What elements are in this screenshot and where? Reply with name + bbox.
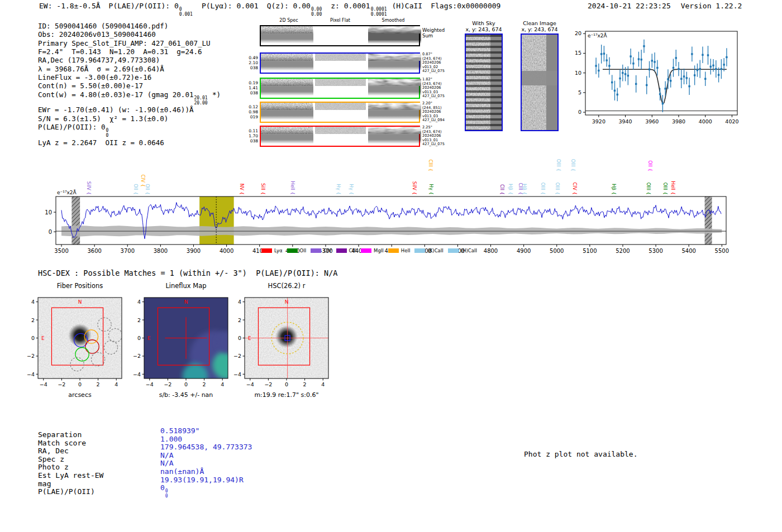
svg-text:−4: −4: [246, 381, 254, 387]
svg-text:−2: −2: [264, 381, 272, 387]
lineflux-map-xlabel: s/b: -3.45 +/- nan: [130, 391, 242, 399]
match-row-label: Spec z: [38, 456, 103, 464]
compass-north-label: N: [78, 299, 82, 305]
svg-text:5300: 5300: [649, 248, 662, 254]
svg-text:e⁻¹⁷x2Å: e⁻¹⁷x2Å: [588, 32, 608, 39]
header-segment: P(LAE)/P(OII): 000.001: [109, 2, 193, 17]
spec2d-row: [260, 78, 420, 99]
header-segment: Q(z): 0.000.000.00: [267, 2, 323, 17]
svg-text:−4: −4: [146, 381, 154, 387]
emission-line-label: OIII {: [555, 183, 560, 195]
header-segment: Flags:0x00000009: [431, 2, 500, 17]
emission-line-label: Hβ {: [611, 184, 617, 195]
svg-text:10: 10: [575, 70, 581, 76]
report-meta: 2024-10-21 22:23:25 Version 1.22.2: [588, 2, 742, 10]
fiber-positions-panel: Fiber Positions arcsecs NE−4−4−2−2002244: [22, 282, 140, 405]
hsc-image-panel: HSC(26.2) r m:19.9 re:1.7" s:0.6" NE−4−4…: [229, 282, 346, 405]
spec2d-panel: [368, 26, 421, 45]
spec2d-panel: [315, 103, 367, 122]
svg-text:−2: −2: [233, 353, 241, 359]
emission-line-label: Hβ {: [508, 184, 513, 195]
svg-text:−2: −2: [164, 381, 171, 387]
emission-line-label: CIII {: [428, 159, 433, 171]
spec2d-row-annotation: 1.82"(243, 674)20240206v013_03427_LU_075: [422, 78, 449, 99]
svg-text:−4: −4: [40, 381, 47, 387]
emission-line-label: HeII {: [290, 181, 295, 195]
emission-line-label: OIII {: [540, 183, 546, 195]
header-segment: EW: -1.8±-0.5Å: [39, 2, 101, 17]
emission-line-label: SiIV {: [412, 181, 417, 195]
spec2d-row-annotation: 2.20"(244, 851)20240206v013_03427_LU_094: [422, 102, 449, 123]
legend-item: HeII: [388, 248, 411, 253]
match-row-value: 1.000: [160, 435, 252, 444]
info-line: Primary Spec_Slot_IFU_AMP: 427_061_007_L…: [38, 39, 221, 47]
spec2d-row: [260, 126, 420, 147]
full-spectrum-svg: 3500360037003800390040004100420043004400…: [45, 146, 737, 258]
svg-text:20: 20: [575, 30, 581, 36]
spec2d-panel: [261, 54, 313, 73]
lineflux-map-title: Lineflux Map: [130, 282, 242, 290]
withsky-coords: x, y: 243, 674: [458, 26, 509, 32]
svg-text:3920: 3920: [592, 118, 605, 124]
svg-text:5000: 5000: [550, 248, 564, 254]
spec2d-row-annotation: 0.87"(243, 674)20240206v013_02427_LU_075: [422, 52, 449, 74]
svg-text:4: 4: [238, 299, 241, 305]
legend-swatch: [336, 248, 347, 253]
svg-text:0: 0: [285, 381, 288, 387]
dark-band-overlay: [261, 54, 313, 73]
svg-text:4000: 4000: [699, 118, 712, 124]
line-zoom-plot-svg: 39203940396039804000402005101520e⁻¹⁷x2Å: [569, 27, 742, 127]
legend-item: MgII: [361, 248, 384, 253]
compass-north-label: N: [184, 299, 188, 305]
legend-label: CIII: [349, 248, 356, 253]
cleanimage-panel: Clean Image x, y: 243, 674: [514, 20, 565, 32]
hsc-cutout-svg: NE−4−4−2−2002244: [229, 292, 346, 390]
spec2d-panel: [368, 54, 421, 73]
spec2d-row-left-label: 0.111.70038: [249, 128, 258, 144]
info-line: P(LAE)/P(OII): 000: [38, 123, 221, 138]
svg-text:0: 0: [78, 381, 82, 387]
svg-text:3600: 3600: [87, 248, 101, 254]
sky-stripes-overlay: [466, 35, 502, 130]
svg-text:0: 0: [184, 381, 188, 387]
spec2d-row: [260, 52, 420, 74]
hsc-image-xlabel: m:19.9 re:1.7" s:0.6": [231, 391, 342, 399]
match-row-value: 0.518939": [160, 427, 252, 435]
legend-item: CIII: [336, 248, 356, 253]
spec2d-panel: [315, 127, 367, 146]
emission-line-label: OIII {: [556, 159, 561, 171]
withsky-title: With Sky: [458, 20, 509, 26]
svg-text:0: 0: [31, 335, 35, 341]
legend-item: (H)CaII: [448, 248, 477, 253]
match-row-label: RA, Dec: [38, 447, 103, 456]
svg-text:5500: 5500: [715, 248, 729, 254]
svg-text:5100: 5100: [583, 248, 597, 254]
legend-item: OII: [287, 248, 307, 253]
dark-band-overlay: [368, 103, 421, 122]
spec2d-panel: [261, 103, 313, 122]
dark-band-overlay: [368, 26, 421, 45]
legend-item: Lyα: [261, 248, 283, 253]
spec2d-col-title-2dspec: 2D Spec: [264, 18, 314, 23]
spec2d-panel: [261, 79, 313, 98]
full-spectrum-plot: 3500360037003800390040004100420043004400…: [45, 146, 737, 260]
svg-text:4: 4: [115, 381, 118, 387]
cleanimage-coords: x, y: 243, 674: [514, 26, 565, 32]
legend-swatch: [261, 248, 272, 253]
match-row-value: 19.93(19.91,19.94)R: [160, 476, 252, 485]
emission-line-label: HeII {: [670, 181, 676, 195]
info-line: ID: 5090041460 (5090041460.pdf): [38, 22, 221, 30]
svg-text:2: 2: [203, 381, 206, 387]
fiber-positions-title: Fiber Positions: [24, 282, 136, 290]
spec2d-panel: [368, 103, 421, 122]
spec2d-row-left-label: 0.120.98019: [249, 104, 258, 120]
report-timestamp: 2024-10-21 22:23:25: [588, 2, 671, 10]
match-row-label: Photo z: [38, 463, 103, 472]
compass-east-label: E: [41, 336, 45, 341]
dark-band-overlay: [261, 127, 313, 146]
clean-mid-band: [522, 71, 557, 85]
svg-text:−4: −4: [233, 371, 241, 377]
cleanimage-title: Clean Image: [514, 20, 565, 26]
svg-text:10: 10: [45, 209, 52, 215]
hsc-dex-match-line: HSC-DEX : Possible Matches = 1 (within +…: [38, 269, 337, 277]
